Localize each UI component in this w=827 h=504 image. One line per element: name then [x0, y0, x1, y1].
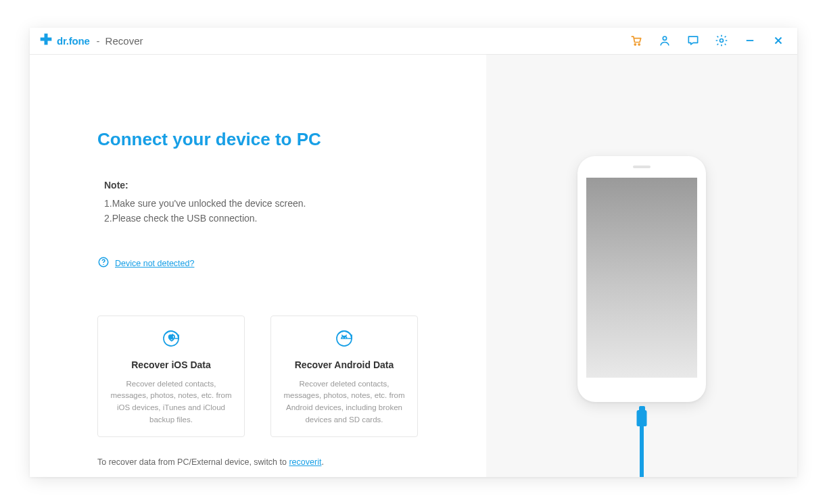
- phone-speaker: [633, 166, 651, 168]
- brand-name: dr.fone: [57, 35, 90, 47]
- footnote-text: To recover data from PC/External device,…: [97, 457, 289, 467]
- footnote-suffix: .: [321, 457, 323, 467]
- title-actions: [630, 34, 785, 47]
- feedback-icon[interactable]: [686, 34, 700, 47]
- app-window: dr.fone - Recover: [30, 28, 797, 477]
- svg-point-4: [663, 36, 666, 40]
- svg-line-13: [342, 335, 343, 336]
- phone-illustration: [577, 156, 706, 402]
- cart-icon[interactable]: [630, 34, 643, 47]
- android-recover-icon: [333, 327, 356, 350]
- right-pane: [486, 55, 797, 477]
- content: Connect your device to PC Note: 1.Make s…: [30, 55, 797, 477]
- left-pane: Connect your device to PC Note: 1.Make s…: [30, 55, 486, 477]
- help-row: Device not detected?: [97, 256, 486, 271]
- footnote: To recover data from PC/External device,…: [97, 457, 486, 467]
- svg-point-10: [103, 263, 104, 265]
- svg-rect-1: [41, 38, 52, 41]
- svg-point-16: [345, 337, 346, 338]
- card-recover-ios[interactable]: Recover iOS Data Recover deleted contact…: [97, 316, 245, 437]
- page-title: Connect your device to PC: [97, 129, 486, 150]
- card-title: Recover iOS Data: [131, 359, 211, 370]
- brand: dr.fone - Recover: [39, 32, 143, 49]
- note-item: 2.Please check the USB connection.: [104, 211, 486, 226]
- close-icon[interactable]: [772, 34, 785, 47]
- card-row: Recover iOS Data Recover deleted contact…: [97, 316, 486, 437]
- card-desc: Recover deleted contacts, messages, phot…: [109, 378, 233, 426]
- help-icon: [97, 256, 110, 271]
- ios-recover-icon: [160, 327, 183, 350]
- note-item: 1.Make sure you've unlocked the device s…: [104, 197, 486, 211]
- cable-icon: [640, 426, 644, 477]
- brand-separator: -: [97, 35, 100, 47]
- minimize-icon[interactable]: [743, 34, 757, 47]
- svg-point-2: [634, 44, 636, 45]
- brand-mode: Recover: [105, 35, 143, 47]
- svg-point-5: [720, 39, 724, 43]
- phone-screen: [586, 178, 697, 378]
- svg-point-3: [638, 44, 640, 45]
- svg-line-14: [346, 335, 346, 336]
- note-block: Note: 1.Make sure you've unlocked the de…: [97, 178, 486, 226]
- card-recover-android[interactable]: Recover Android Data Recover deleted con…: [270, 316, 418, 437]
- user-icon[interactable]: [658, 34, 671, 47]
- titlebar: dr.fone - Recover: [30, 28, 797, 55]
- card-desc: Recover deleted contacts, messages, phot…: [282, 378, 406, 426]
- gear-icon[interactable]: [715, 34, 728, 47]
- svg-point-15: [342, 337, 344, 338]
- card-title: Recover Android Data: [295, 359, 394, 370]
- cable-connector-icon: [637, 410, 647, 426]
- device-not-detected-link[interactable]: Device not detected?: [115, 259, 194, 268]
- note-title: Note:: [104, 178, 486, 193]
- logo-icon: [39, 32, 53, 49]
- recoverit-link[interactable]: recoverit: [289, 457, 321, 467]
